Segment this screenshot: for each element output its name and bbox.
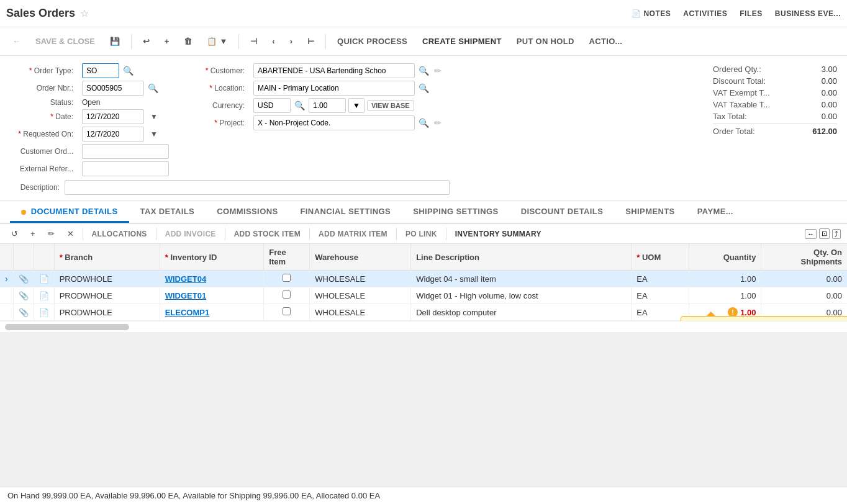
files-nav-item[interactable]: FILES	[740, 9, 763, 18]
next-button[interactable]: ›	[284, 33, 299, 50]
col-doc	[34, 244, 54, 271]
create-shipment-button[interactable]: CREATE SHIPMENT	[416, 33, 508, 50]
tab-financial-settings[interactable]: FINANCIAL SETTINGS	[289, 200, 402, 223]
tab-shipping-settings[interactable]: SHIPPING SETTINGS	[402, 200, 510, 223]
currency-rate-input[interactable]	[309, 98, 346, 113]
table-row[interactable]: 📎 📄 PRODWHOLE ELECOMP1 WHOLESALE Dell de…	[0, 304, 847, 321]
notes-nav-item[interactable]: 📄 NOTES	[632, 9, 671, 18]
table-row[interactable]: 📎 📄 PRODWHOLE WIDGET01 WHOLESALE Widget …	[0, 287, 847, 304]
table-row[interactable]: › 📎 📄 PRODWHOLE WIDGET04 WHOLESALE Widge…	[0, 271, 847, 287]
tab-commissions[interactable]: COMMISSIONS	[206, 200, 289, 223]
customer-input[interactable]	[253, 63, 415, 78]
business-events-nav-item[interactable]: BUSINESS EVE...	[775, 9, 841, 18]
requested-on-dropdown-btn[interactable]: ▼	[147, 127, 161, 142]
order-type-search-btn[interactable]: 🔍	[122, 66, 135, 76]
add-invoice-btn[interactable]: ADD INVOICE	[160, 227, 221, 241]
activities-nav-item[interactable]: ACTIVITIES	[683, 9, 727, 18]
order-type-input[interactable]	[82, 63, 119, 78]
edit-row-button[interactable]: ✏	[43, 227, 60, 241]
allocations-btn[interactable]: ALLOCATIONS	[87, 227, 152, 241]
put-on-hold-button[interactable]: PUT ON HOLD	[510, 33, 581, 50]
cell-inventory-id[interactable]: WIDGET01	[160, 287, 264, 304]
col-resize-btn[interactable]: ↔	[805, 229, 817, 239]
form-left: Order Type: 🔍 Order Nbr.: 🔍 Status: Open…	[10, 63, 169, 176]
discount-total-row: Discount Total: 0.00	[713, 75, 837, 87]
discount-total-label: Discount Total:	[713, 76, 766, 86]
cell-inventory-id[interactable]: WIDGET04	[160, 271, 264, 287]
add-matrix-item-btn[interactable]: ADD MATRIX ITEM	[314, 227, 392, 241]
free-item-checkbox[interactable]	[283, 307, 291, 315]
save-close-button[interactable]: SAVE & CLOSE	[29, 33, 101, 50]
location-field: 🔍	[253, 81, 443, 96]
order-nbr-input[interactable]	[82, 81, 144, 96]
date-dropdown-btn[interactable]: ▼	[147, 109, 161, 124]
view-base-button[interactable]: VIEW BASE	[367, 100, 414, 111]
sep2	[238, 34, 239, 49]
tax-total-value: 0.00	[800, 112, 837, 121]
delete-button[interactable]: 🗑	[178, 33, 198, 50]
add-row-button[interactable]: +	[25, 227, 40, 241]
actions-button[interactable]: ACTIO...	[583, 33, 629, 50]
location-search-btn[interactable]: 🔍	[417, 83, 430, 93]
currency-rate-dropdown[interactable]: ▼	[348, 98, 365, 113]
requested-on-input[interactable]	[82, 127, 144, 142]
add-button[interactable]: +	[158, 33, 176, 50]
customer-edit-btn[interactable]: ✏	[433, 66, 443, 76]
customer-ord-input[interactable]	[82, 144, 169, 159]
location-input[interactable]	[253, 81, 415, 96]
sep3	[325, 34, 326, 49]
save-button[interactable]: 💾	[104, 33, 126, 50]
delete-row-icon: ✕	[67, 229, 74, 238]
project-edit-btn[interactable]: ✏	[433, 118, 443, 128]
tab-document-details[interactable]: DOCUMENT DETAILS	[10, 200, 129, 223]
cell-doc: 📄	[34, 271, 54, 287]
currency-input[interactable]	[253, 98, 291, 113]
tab-commissions-label: COMMISSIONS	[217, 207, 278, 216]
refresh-button[interactable]: ↺	[6, 227, 23, 241]
undo-button[interactable]: ↩	[137, 33, 156, 50]
attachment-icon: 📎	[19, 308, 29, 317]
po-link-btn[interactable]: PO LINK	[401, 227, 442, 241]
currency-search-btn[interactable]: 🔍	[293, 101, 306, 110]
col-warehouse: Warehouse	[310, 244, 411, 271]
inventory-id-link[interactable]: WIDGET04	[165, 274, 206, 284]
customer-ord-label: Customer Ord...	[10, 147, 78, 156]
tab-shipments[interactable]: SHIPMENTS	[614, 200, 686, 223]
col-export-btn[interactable]: ⤴	[832, 229, 841, 239]
order-total-row: Order Total: 612.00	[713, 124, 837, 137]
cell-free-item[interactable]	[264, 304, 310, 321]
external-refer-input[interactable]	[82, 161, 169, 176]
quick-process-button[interactable]: QUICK PROCESS	[331, 33, 414, 50]
cell-free-item[interactable]	[264, 287, 310, 304]
add-stock-item-btn[interactable]: ADD STOCK ITEM	[229, 227, 306, 241]
first-button[interactable]: ⊣	[244, 33, 263, 50]
delete-row-button[interactable]: ✕	[62, 227, 79, 241]
cell-inventory-id[interactable]: ELECOMP1	[160, 304, 264, 321]
order-nbr-search-btn[interactable]: 🔍	[147, 83, 160, 93]
edit-row-icon: ✏	[48, 229, 55, 238]
cell-arrow	[0, 287, 13, 304]
date-input[interactable]	[82, 109, 144, 124]
customer-search-btn[interactable]: 🔍	[417, 66, 430, 76]
ordered-qty-value: 3.00	[800, 65, 837, 74]
last-button[interactable]: ⊢	[301, 33, 320, 50]
cell-free-item[interactable]	[264, 271, 310, 287]
free-item-checkbox[interactable]	[283, 274, 291, 282]
scroll-thumb[interactable]	[5, 324, 129, 330]
prev-button[interactable]: ‹	[266, 33, 281, 50]
description-input[interactable]	[65, 180, 450, 195]
inventory-id-link[interactable]: ELECOMP1	[165, 308, 210, 317]
tab-payments[interactable]: PAYME...	[686, 200, 745, 223]
tab-discount-details[interactable]: DISCOUNT DETAILS	[510, 200, 615, 223]
inventory-id-link[interactable]: WIDGET01	[165, 291, 206, 300]
project-search-btn[interactable]: 🔍	[417, 118, 430, 128]
free-item-checkbox[interactable]	[283, 290, 291, 299]
col-grid-btn[interactable]: ⊡	[819, 228, 830, 239]
project-input[interactable]	[253, 115, 415, 130]
inventory-summary-btn[interactable]: INVENTORY SUMMARY	[450, 227, 546, 241]
copy-button[interactable]: 📋 ▼	[201, 33, 233, 50]
back-button[interactable]: ←	[6, 33, 27, 50]
favorite-icon[interactable]: ☆	[80, 7, 89, 19]
tab-tax-details[interactable]: TAX DETAILS	[129, 200, 206, 223]
tabs-bar: DOCUMENT DETAILS TAX DETAILS COMMISSIONS…	[0, 200, 847, 224]
